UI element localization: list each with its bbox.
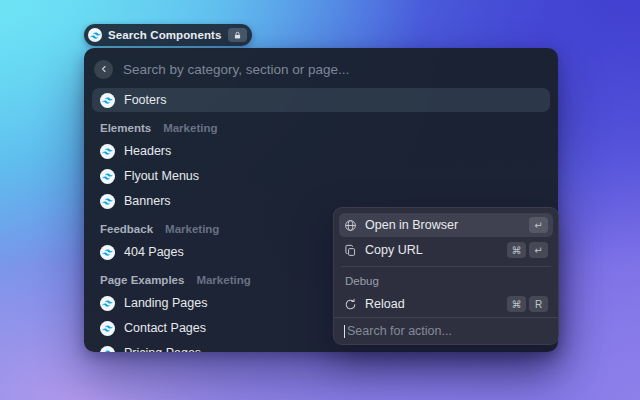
menu-item-label: Copy URL xyxy=(365,243,499,257)
list-item-label: Flyout Menus xyxy=(124,169,199,183)
tailwind-logo-icon xyxy=(100,169,115,184)
list-item-label: Contact Pages xyxy=(124,321,206,335)
list-item-flyout-menus[interactable]: Flyout Menus xyxy=(92,164,550,188)
action-menu: Open in Browser ↵ Copy URL ⌘ ↵ Debug Rel… xyxy=(333,207,559,345)
tailwind-logo-icon xyxy=(100,321,115,336)
menu-item-open-in-browser[interactable]: Open in Browser ↵ xyxy=(339,213,553,237)
list-item-label: Pricing Pages xyxy=(124,346,201,352)
launcher-pill-label: Search Components xyxy=(108,29,222,41)
chevron-left-icon xyxy=(99,64,109,74)
menu-item-label: Open in Browser xyxy=(365,218,521,232)
lock-icon xyxy=(228,28,247,42)
section-title: Elements xyxy=(100,122,151,134)
list-item-label: Landing Pages xyxy=(124,296,207,310)
menu-item-copy-url[interactable]: Copy URL ⌘ ↵ xyxy=(339,238,553,262)
tailwind-logo-icon xyxy=(100,93,115,108)
section-header-elements: Elements Marketing xyxy=(92,113,550,139)
list-item-label: Banners xyxy=(124,194,171,208)
tailwind-logo-icon xyxy=(88,28,102,42)
tailwind-logo-icon xyxy=(100,144,115,159)
key-cmd: ⌘ xyxy=(507,296,526,312)
menu-item-reload[interactable]: Reload ⌘ R xyxy=(339,292,553,316)
tailwind-logo-icon xyxy=(100,346,115,353)
tailwind-logo-icon xyxy=(100,296,115,311)
text-cursor xyxy=(344,325,345,338)
action-search-bar xyxy=(334,317,558,344)
palette-search-bar xyxy=(92,56,550,82)
clipboard-icon xyxy=(344,244,357,257)
section-subtitle: Marketing xyxy=(196,274,250,286)
key-r: R xyxy=(529,296,548,312)
section-title: Page Examples xyxy=(100,274,184,286)
search-input[interactable] xyxy=(123,62,548,77)
key-cmd: ⌘ xyxy=(507,242,526,258)
section-subtitle: Marketing xyxy=(163,122,217,134)
reload-icon xyxy=(344,298,357,311)
tailwind-logo-icon xyxy=(100,194,115,209)
menu-item-label: Reload xyxy=(365,297,499,311)
launcher-pill[interactable]: Search Components xyxy=(84,24,252,46)
section-title: Feedback xyxy=(100,223,153,235)
key-return: ↵ xyxy=(529,242,548,258)
menu-section-debug: Debug xyxy=(339,271,553,292)
tailwind-logo-icon xyxy=(100,245,115,260)
list-item-footers[interactable]: Footers xyxy=(92,88,550,112)
action-search-input[interactable] xyxy=(347,324,548,338)
back-button[interactable] xyxy=(94,60,113,79)
key-return: ↵ xyxy=(529,217,548,233)
menu-divider xyxy=(341,266,551,267)
globe-icon xyxy=(344,219,357,232)
list-item-label: Headers xyxy=(124,144,171,158)
list-item-label: Footers xyxy=(124,93,166,107)
list-item-headers[interactable]: Headers xyxy=(92,139,550,163)
list-item-label: 404 Pages xyxy=(124,245,184,259)
section-subtitle: Marketing xyxy=(165,223,219,235)
